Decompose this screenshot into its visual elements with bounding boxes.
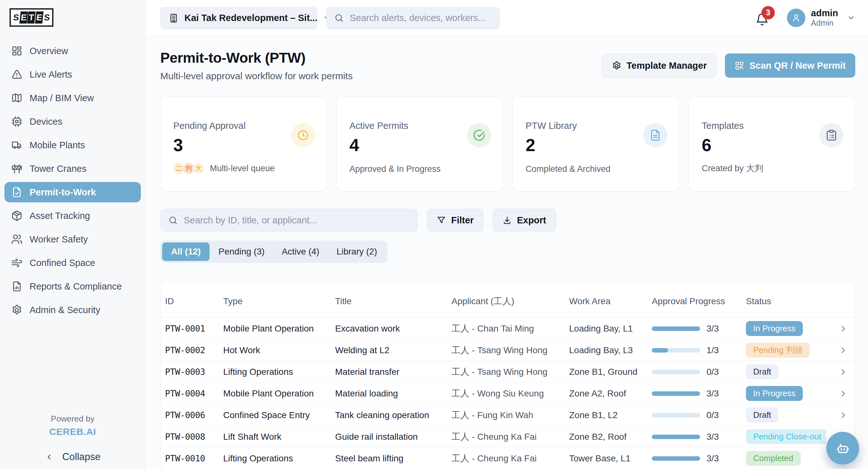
sidebar-item[interactable]: Worker Safety (4, 229, 141, 250)
cell-id: PTW-0006 (165, 410, 223, 420)
cell-applicant: 工人 - Wong Siu Keung (452, 387, 569, 400)
collapse-sidebar-button[interactable]: Collapse (0, 451, 145, 463)
progress-label: 3/3 (707, 432, 719, 442)
stats-row: Pending Approval 3 二 判 大 Multi-level que… (160, 97, 855, 192)
cell-status: Completed (746, 451, 826, 466)
stat-card-active-permits: Active Permits 4 Approved & In Progress (336, 97, 503, 192)
sidebar-item[interactable]: Asset Tracking (4, 206, 141, 226)
topbar: Kai Tak Redevelopment – Sit... 3 admin A… (146, 0, 868, 36)
users-icon (11, 234, 23, 245)
progress-fill (652, 435, 700, 439)
logo-letter: E (35, 11, 43, 24)
check-circle-icon (473, 129, 486, 142)
site-selector-value: Kai Tak Redevelopment – Sit... (184, 13, 317, 23)
main-area: Kai Tak Redevelopment – Sit... 3 admin A… (146, 0, 868, 469)
column-header: Applicant (工人) (452, 295, 569, 307)
tab[interactable]: Library (2) (328, 242, 385, 261)
cpu-icon (11, 116, 23, 127)
sidebar-item[interactable]: Tower Cranes (4, 158, 141, 179)
export-button[interactable]: Export (493, 209, 556, 232)
sidebar-item[interactable]: Map / BIM View (4, 88, 141, 108)
cell-title: Tank cleaning operation (335, 410, 452, 420)
sidebar-item[interactable]: Mobile Plants (4, 135, 141, 155)
truck-icon (11, 139, 23, 151)
alert-triangle-icon (11, 69, 23, 80)
sidebar-item[interactable]: Reports & Compliance (4, 276, 141, 297)
stat-caption-text: Multi-level queue (210, 164, 275, 173)
cell-work-area: Zone A2, Roof (569, 388, 652, 399)
stat-card-ptw-library: PTW Library 2 Completed & Archived (513, 97, 679, 192)
table-row[interactable]: PTW-0004 Mobile Plant Operation Material… (161, 383, 855, 404)
permit-search-input[interactable] (184, 215, 410, 226)
gear-icon (612, 61, 622, 70)
ai-assistant-fab[interactable] (826, 432, 859, 465)
chevron-right-icon[interactable] (838, 346, 848, 355)
page-title: Permit-to-Work (PTW) (160, 50, 352, 66)
gear-icon (11, 304, 23, 316)
user-menu[interactable]: admin Admin (787, 8, 855, 28)
cereb-ai-brand[interactable]: CEREB.AI (0, 427, 145, 437)
sidebar-footer: Powered by CEREB.AI Collapse (0, 414, 145, 469)
chevron-right-icon[interactable] (838, 410, 848, 420)
progress-bar (652, 326, 700, 331)
file-chart-icon (11, 281, 23, 292)
cell-status: Pending Close-out (746, 429, 826, 444)
chevron-right-icon[interactable] (838, 324, 848, 333)
table-header-row: ID Type Title Applicant (工人) Work Area A… (161, 282, 855, 318)
cell-id: PTW-0001 (165, 324, 223, 333)
filter-label: Filter (451, 215, 474, 226)
stat-caption: Completed & Archived (526, 164, 611, 174)
crane-icon (11, 163, 23, 174)
table-row[interactable]: PTW-0006 Confined Space Entry Tank clean… (161, 404, 855, 426)
tab[interactable]: Pending (3) (210, 242, 273, 261)
status-badge: Pending 判頭 (746, 343, 810, 358)
collapse-label: Collapse (62, 451, 101, 463)
scan-qr-new-permit-button[interactable]: Scan QR / New Permit (725, 54, 855, 78)
sidebar-item-label: Worker Safety (30, 234, 88, 245)
cell-applicant: 工人 - Tsang Wing Hong (452, 344, 569, 356)
column-header: Work Area (569, 296, 652, 306)
sidebar-item[interactable]: Permit-to-Work (4, 182, 141, 202)
cell-type: Hot Work (223, 345, 335, 355)
chevron-right-icon[interactable] (838, 389, 848, 399)
file-check-icon (11, 186, 23, 198)
table-row[interactable]: PTW-0003 Lifting Operations Material tra… (161, 361, 855, 383)
template-manager-button[interactable]: Template Manager (602, 54, 717, 78)
status-badge: Draft (746, 408, 778, 422)
file-text-icon (649, 129, 662, 142)
cell-id: PTW-0003 (165, 367, 223, 377)
box-icon (11, 210, 23, 222)
cell-applicant: 工人 - Cheung Ka Fai (452, 452, 569, 465)
cell-id: PTW-0010 (165, 453, 223, 463)
cell-status: Draft (746, 364, 826, 379)
approver-badge: 二 (173, 163, 184, 174)
notifications-button[interactable]: 3 (755, 10, 770, 26)
sidebar-item[interactable]: Live Alerts (4, 64, 141, 85)
stat-card-templates: Templates 6 Created by 大判 (689, 97, 855, 192)
progress-label: 3/3 (707, 388, 719, 399)
global-search-input[interactable] (350, 13, 492, 23)
progress-label: 3/3 (707, 324, 719, 334)
table-row[interactable]: PTW-0002 Hot Work Welding at L2 工人 - Tsa… (161, 340, 855, 361)
status-badge: In Progress (746, 321, 803, 336)
cell-type: Lifting Operations (223, 367, 335, 377)
powered-by-label: Powered by (0, 414, 145, 424)
table-row[interactable]: PTW-0001 Mobile Plant Operation Excavati… (161, 318, 855, 340)
cell-type: Mobile Plant Operation (223, 388, 335, 399)
sidebar-item[interactable]: Admin & Security (4, 300, 141, 320)
progress-bar (652, 413, 700, 417)
site-selector[interactable]: Kai Tak Redevelopment – Sit... (160, 7, 317, 29)
table-row[interactable]: PTW-0008 Lift Shaft Work Guide rail inst… (161, 426, 855, 448)
chevron-right-icon[interactable] (838, 367, 848, 377)
sidebar-item[interactable]: Confined Space (4, 253, 141, 273)
tab[interactable]: All (12) (162, 242, 210, 261)
sidebar-item[interactable]: Devices (4, 111, 141, 132)
cell-id: PTW-0008 (165, 432, 223, 442)
cell-work-area: Loading Bay, L1 (569, 324, 652, 334)
progress-label: 0/3 (707, 410, 719, 420)
sidebar-item[interactable]: Overview (4, 41, 141, 61)
sidebar: S E T E S Overview Live Alerts (0, 0, 146, 469)
tab[interactable]: Active (4) (273, 242, 328, 261)
table-row[interactable]: PTW-0010 Lifting Operations Steel beam l… (161, 448, 855, 469)
filter-button[interactable]: Filter (427, 209, 484, 232)
